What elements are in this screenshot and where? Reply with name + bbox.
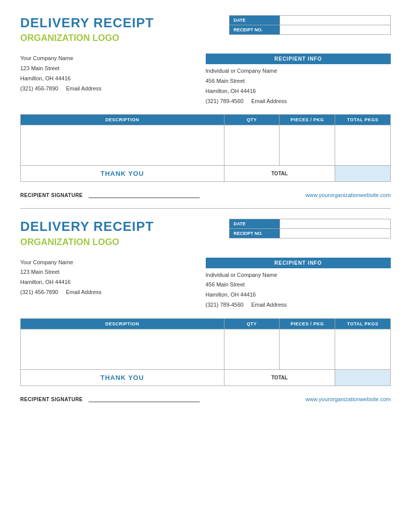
recipient-phone-email-1: (321) 789-4560 Email Address: [206, 96, 391, 107]
qty-cell-2[interactable]: [224, 329, 280, 369]
signature-line-2: [88, 402, 200, 402]
thank-you-label-1: THANK YOU: [21, 166, 224, 182]
receipt-no-value-2[interactable]: [280, 229, 390, 238]
recipient-info-header-1: RECIPIENT INFO: [206, 54, 391, 64]
date-row-1: DATE: [230, 16, 391, 25]
website-link-1[interactable]: www.yourorganizationwebsite.com: [305, 192, 391, 198]
items-table-2: DESCRIPTION QTY PIECES / PKG TOTAL PKGS …: [20, 318, 391, 386]
col-total-header-2: TOTAL PKGS: [335, 318, 391, 329]
date-value-2[interactable]: [280, 219, 390, 229]
pieces-cell-1[interactable]: [280, 125, 335, 166]
receipt-no-row-2: RECEIPT NO.: [230, 229, 391, 238]
col-qty-header-1: QTY: [224, 115, 280, 125]
col-total-header-1: TOTAL PKGS: [335, 115, 391, 125]
recipient-company-1: Individual or Company Name: [206, 66, 391, 76]
col-pieces-header-1: PIECES / PKG: [280, 115, 335, 125]
qty-cell-1[interactable]: [224, 125, 280, 166]
sender-address2-1: Hamilton, OH 44416: [20, 74, 187, 84]
website-link-2[interactable]: www.yourorganizationwebsite.com: [305, 396, 391, 402]
sender-phone-email-1: (321) 456-7890 Email Address: [20, 84, 187, 94]
signature-label-1: RECIPIENT SIGNATURE: [20, 192, 83, 198]
signature-section-2: RECIPIENT SIGNATURE: [20, 396, 200, 402]
sender-address1-2: 123 Main Street: [20, 267, 187, 277]
signature-row-2: RECIPIENT SIGNATURE www.yourorganization…: [20, 396, 391, 402]
items-table-1: DESCRIPTION QTY PIECES / PKG TOTAL PKGS …: [20, 114, 391, 182]
recipient-address2-2: Hamilton, OH 44416: [206, 290, 391, 300]
total-label-1: TOTAL: [224, 166, 335, 182]
thank-you-row-2: THANK YOU TOTAL: [21, 369, 391, 385]
total-cell-2[interactable]: [335, 329, 391, 369]
recipient-info-section-2: RECIPIENT INFO Individual or Company Nam…: [206, 258, 391, 310]
recipient-phone-email-2: (321) 789-4560 Email Address: [206, 300, 391, 310]
date-receipt-table-1: DATE RECEIPT NO.: [229, 15, 391, 35]
table-header-row-2: DESCRIPTION QTY PIECES / PKG TOTAL PKGS: [21, 318, 391, 329]
date-receipt-table-2: DATE RECEIPT NO.: [229, 219, 391, 238]
title-section-1: DELIVERY RECEIPT ORGANIZATION LOGO: [20, 15, 154, 43]
header-row-1: DELIVERY RECEIPT ORGANIZATION LOGO DATE …: [20, 15, 391, 43]
info-row-2: Your Company Name 123 Main Street Hamilt…: [20, 258, 391, 310]
sender-company-1: Your Company Name: [20, 54, 187, 64]
recipient-address1-1: 456 Main Street: [206, 76, 391, 86]
pieces-cell-2[interactable]: [280, 329, 335, 369]
org-logo-2: ORGANIZATION LOGO: [20, 237, 154, 248]
sender-phone-2: (321) 456-7890: [20, 289, 58, 295]
sender-phone-1: (321) 456-7890: [20, 85, 58, 91]
total-value-2[interactable]: [335, 369, 391, 385]
sender-address2-2: Hamilton, OH 44416: [20, 277, 187, 287]
sender-phone-email-2: (321) 456-7890 Email Address: [20, 287, 187, 298]
recipient-company-2: Individual or Company Name: [206, 270, 391, 280]
org-logo-1: ORGANIZATION LOGO: [20, 33, 154, 43]
recipient-email-2: Email Address: [251, 302, 287, 308]
signature-label-2: RECIPIENT SIGNATURE: [20, 397, 83, 402]
table-row-2: [21, 329, 391, 369]
desc-cell-1[interactable]: [21, 125, 224, 166]
table-header-row-1: DESCRIPTION QTY PIECES / PKG TOTAL PKGS: [21, 115, 391, 125]
receipt-no-label-2: RECEIPT NO.: [230, 229, 280, 238]
signature-row-1: RECIPIENT SIGNATURE www.yourorganization…: [20, 192, 391, 198]
recipient-email-1: Email Address: [251, 98, 287, 104]
header-row-2: DELIVERY RECEIPT ORGANIZATION LOGO DATE …: [20, 219, 391, 247]
col-desc-header-2: DESCRIPTION: [21, 318, 224, 329]
divider: [20, 208, 391, 209]
receipt-block-2: DELIVERY RECEIPT ORGANIZATION LOGO DATE …: [20, 219, 391, 402]
sender-address1-1: 123 Main Street: [20, 64, 187, 74]
sender-info-1: Your Company Name 123 Main Street Hamilt…: [20, 54, 187, 106]
receipt-no-value-1[interactable]: [280, 25, 390, 35]
date-value-1[interactable]: [280, 16, 390, 25]
date-label-1: DATE: [230, 16, 280, 25]
col-qty-header-2: QTY: [224, 318, 280, 329]
recipient-phone-1: (321) 789-4560: [206, 98, 244, 104]
receipt-no-label-1: RECEIPT NO.: [230, 25, 280, 35]
date-label-2: DATE: [230, 219, 280, 229]
info-row-1: Your Company Name 123 Main Street Hamilt…: [20, 54, 391, 106]
recipient-address1-2: 456 Main Street: [206, 280, 391, 290]
recipient-info-section-1: RECIPIENT INFO Individual or Company Nam…: [206, 54, 391, 106]
recipient-phone-2: (321) 789-4560: [206, 302, 244, 308]
table-row-1: [21, 125, 391, 166]
recipient-info-body-2: Individual or Company Name 456 Main Stre…: [206, 268, 391, 310]
total-value-1[interactable]: [335, 166, 391, 182]
receipt-block-1: DELIVERY RECEIPT ORGANIZATION LOGO DATE …: [20, 15, 391, 198]
delivery-receipt-title-1: DELIVERY RECEIPT: [20, 15, 154, 31]
sender-info-2: Your Company Name 123 Main Street Hamilt…: [20, 258, 187, 310]
col-desc-header-1: DESCRIPTION: [21, 115, 224, 125]
total-cell-1[interactable]: [335, 125, 391, 166]
total-label-2: TOTAL: [224, 369, 335, 385]
col-pieces-header-2: PIECES / PKG: [280, 318, 335, 329]
signature-section-1: RECIPIENT SIGNATURE: [20, 192, 200, 198]
thank-you-row-1: THANK YOU TOTAL: [21, 166, 391, 182]
receipt-no-row-1: RECEIPT NO.: [230, 25, 391, 35]
desc-cell-2[interactable]: [21, 329, 224, 369]
signature-line-1: [88, 198, 200, 198]
date-row-2: DATE: [230, 219, 391, 229]
sender-email-1: Email Address: [66, 85, 102, 91]
recipient-info-body-1: Individual or Company Name 456 Main Stre…: [206, 64, 391, 106]
sender-email-2: Email Address: [66, 289, 102, 295]
sender-company-2: Your Company Name: [20, 258, 187, 268]
thank-you-label-2: THANK YOU: [21, 369, 224, 385]
recipient-address2-1: Hamilton, OH 44416: [206, 86, 391, 96]
title-section-2: DELIVERY RECEIPT ORGANIZATION LOGO: [20, 219, 154, 247]
delivery-receipt-title-2: DELIVERY RECEIPT: [20, 219, 154, 234]
recipient-info-header-2: RECIPIENT INFO: [206, 258, 391, 268]
